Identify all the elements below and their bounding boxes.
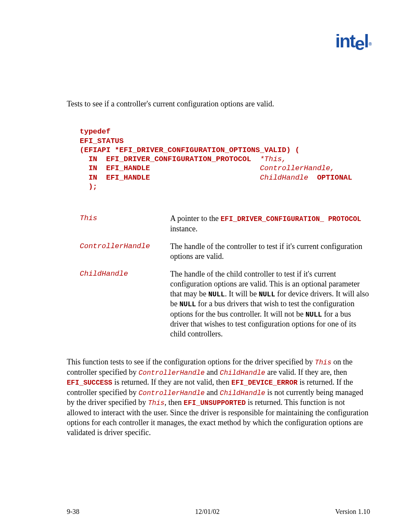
footer-page-number: 9-38 <box>67 508 79 516</box>
parameters-table: This A pointer to the EFI_DRIVER_CONFIGU… <box>80 214 370 339</box>
param-name-this: This <box>80 214 170 234</box>
param-ref-childhandle: ChildHandle <box>220 389 265 397</box>
param-ref-this: This <box>315 359 331 367</box>
intel-logo: intel® <box>335 31 371 52</box>
code-line-4a: IN EFI_DRIVER_CONFIGURATION_PROTOCOL <box>80 155 260 163</box>
code-line-3: (EFIAPI *EFI_DRIVER_CONFIGURATION_OPTION… <box>80 146 299 154</box>
param-row-controllerhandle: ControllerHandle The handle of the contr… <box>80 242 370 261</box>
code-line-5a: IN EFI_HANDLE <box>80 164 260 172</box>
code-line-6c: OPTIONAL <box>308 174 352 182</box>
footer-date: 12/01/02 <box>195 508 220 516</box>
null-literal: NULL <box>208 291 224 299</box>
description-paragraph: This function tests to see if the config… <box>67 357 370 437</box>
code-line-2: EFI_STATUS <box>80 137 124 145</box>
param-ref-controllerhandle: ControllerHandle <box>138 389 205 397</box>
param-ref-childhandle: ChildHandle <box>220 369 265 377</box>
page-content: Tests to see if a controller's current c… <box>0 0 411 438</box>
code-line-7: ); <box>80 183 97 191</box>
param-row-this: This A pointer to the EFI_DRIVER_CONFIGU… <box>80 214 370 234</box>
page-footer: 9-38 12/01/02 Version 1.10 <box>67 508 370 516</box>
prototype-block: typedef EFI_STATUS (EFIAPI *EFI_DRIVER_C… <box>80 127 370 191</box>
param-desc-childhandle: The handle of the child controller to te… <box>170 269 370 339</box>
null-literal: NULL <box>180 301 196 308</box>
param-ref-this: This <box>148 399 164 407</box>
param-name-controllerhandle: ControllerHandle <box>80 242 170 261</box>
param-row-childhandle: ChildHandle The handle of the child cont… <box>80 269 370 339</box>
param-desc-this: A pointer to the EFI_DRIVER_CONFIGURATIO… <box>170 214 370 234</box>
param-desc-controllerhandle: The handle of the controller to test if … <box>170 242 370 261</box>
code-line-5b: ControllerHandle, <box>260 164 334 172</box>
code-line-6a: IN EFI_HANDLE <box>80 174 260 182</box>
param-ref-controllerhandle: ControllerHandle <box>138 369 205 377</box>
status-efi-device-error: EFI_DEVICE_ERROR <box>231 379 298 387</box>
status-efi-unsupported: EFI_UNSUPPORTED <box>184 399 246 407</box>
code-line-4c: This, <box>264 155 286 163</box>
status-efi-success: EFI_SUCCESS <box>67 379 112 387</box>
code-line-6b: ChildHandle <box>260 174 308 182</box>
summary-text: Tests to see if a controller's current c… <box>67 99 370 109</box>
code-line-1: typedef <box>80 128 110 136</box>
param-name-childhandle: ChildHandle <box>80 269 170 339</box>
type-efi-driver-config-protocol: EFI_DRIVER_CONFIGURATION_ PROTOCOL <box>221 215 361 223</box>
null-literal: NULL <box>258 291 275 299</box>
footer-version: Version 1.10 <box>335 508 370 516</box>
code-line-4b: * <box>260 155 264 163</box>
null-literal: NULL <box>305 311 322 319</box>
